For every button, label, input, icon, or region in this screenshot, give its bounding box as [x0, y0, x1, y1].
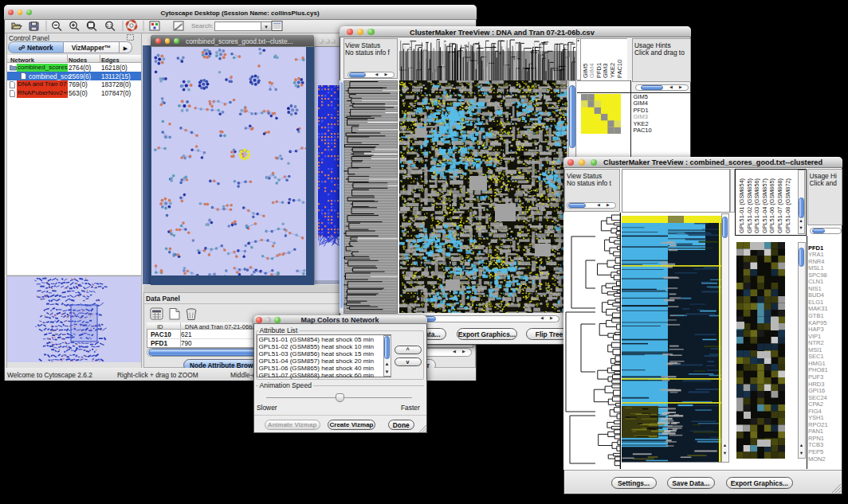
svg-text:GPL51-04 (GSM857): GPL51-04 (GSM857) — [760, 178, 768, 233]
svg-text:GPL51-01 (GSM854): GPL51-01 (GSM854) — [738, 178, 745, 233]
svg-text:GPL51-07 (GSM868): GPL51-07 (GSM868) — [776, 178, 783, 233]
svg-text:GPL51-02 (GSM855): GPL51-02 (GSM855) — [745, 178, 752, 233]
svg-text:GPL51-06 (GSM865): GPL51-06 (GSM865) — [768, 178, 775, 233]
svg-text:GPL51-08 (GSM872): GPL51-08 (GSM872) — [783, 178, 791, 233]
svg-text:PAC10: PAC10 — [615, 60, 622, 78]
svg-text:1:1: 1:1 — [107, 22, 112, 27]
svg-text:GPL51-03 (GSM856): GPL51-03 (GSM856) — [753, 178, 760, 233]
